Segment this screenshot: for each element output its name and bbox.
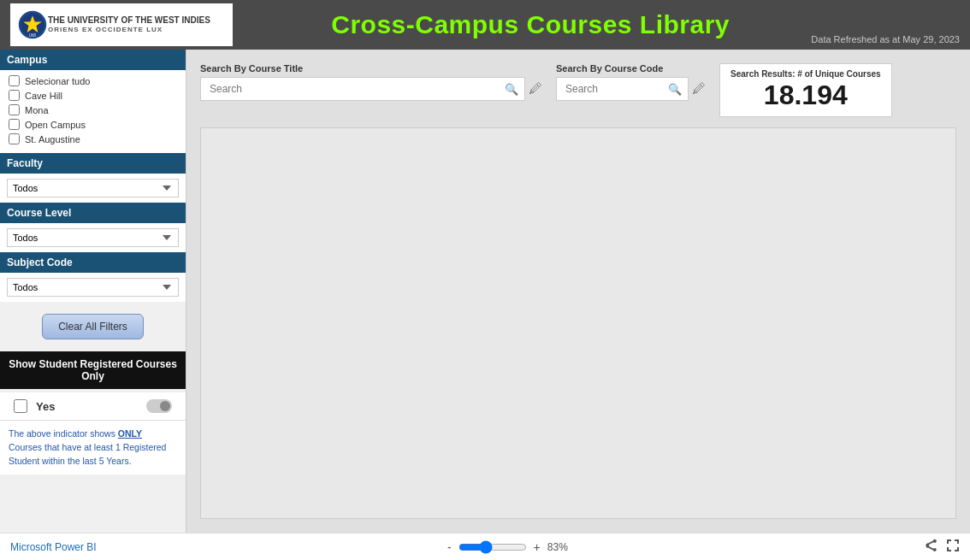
show-registered-banner: Show Student Registered Courses Only bbox=[0, 351, 186, 389]
results-label: Search Results: # of Unique Courses bbox=[730, 69, 881, 79]
app-header: UWI THE UNIVERSITY OF THE WEST INDIES OR… bbox=[0, 0, 970, 50]
university-name-text: THE UNIVERSITY OF THE WEST INDIES ORIENS… bbox=[48, 15, 210, 34]
campus-section-title: Campus bbox=[0, 50, 186, 70]
campus-label-cavehill: Cave Hill bbox=[25, 91, 62, 101]
search-bar-row: Search By Course Title 🔍 🖉 Search By Cou… bbox=[200, 63, 956, 117]
faculty-section-title: Faculty bbox=[0, 153, 186, 174]
campus-label-opencampus: Open Campus bbox=[25, 120, 86, 130]
main-layout: Campus Selecionar tudo Cave Hill Mona Op… bbox=[0, 50, 970, 533]
course-title-input-wrapper: 🔍 🖉 bbox=[200, 77, 542, 101]
list-item[interactable]: Cave Hill bbox=[9, 90, 177, 101]
share-icon-button[interactable] bbox=[924, 539, 937, 555]
campus-label-staugustine: St. Augustine bbox=[25, 134, 80, 144]
bottom-bar: Microsoft Power BI - + 83% bbox=[0, 533, 970, 560]
course-code-eraser-icon[interactable]: 🖉 bbox=[692, 81, 706, 97]
course-level-dropdown[interactable]: Todos bbox=[7, 228, 179, 247]
course-title-search-group: Search By Course Title 🔍 🖉 bbox=[200, 63, 542, 101]
list-item[interactable]: Mona bbox=[9, 104, 177, 115]
faculty-dropdown[interactable]: Todos bbox=[7, 179, 179, 197]
registered-toggle-checkbox[interactable] bbox=[14, 399, 27, 413]
results-box: Search Results: # of Unique Courses 18.1… bbox=[719, 63, 892, 117]
list-item[interactable]: St. Augustine bbox=[9, 133, 177, 144]
course-code-label: Search By Course Code bbox=[556, 63, 706, 74]
course-code-input-container: 🔍 bbox=[556, 77, 689, 101]
svg-text:UWI: UWI bbox=[29, 33, 37, 38]
course-level-dropdown-wrapper: Todos bbox=[0, 223, 186, 252]
campus-list: Selecionar tudo Cave Hill Mona Open Camp… bbox=[0, 70, 186, 153]
zoom-controls: - + 83% bbox=[446, 540, 575, 554]
expand-icon-button[interactable] bbox=[946, 539, 960, 555]
list-item[interactable]: Open Campus bbox=[9, 119, 177, 130]
powerbi-link[interactable]: Microsoft Power BI bbox=[10, 541, 97, 553]
clear-all-filters-button[interactable]: Clear All Filters bbox=[42, 314, 144, 339]
course-level-section-title: Course Level bbox=[0, 203, 186, 223]
course-code-search-group: Search By Course Code 🔍 🖉 bbox=[556, 63, 706, 101]
campus-checkbox-cavehill[interactable] bbox=[9, 90, 20, 101]
list-item[interactable]: Selecionar tudo bbox=[9, 75, 177, 86]
zoom-slider[interactable] bbox=[458, 540, 527, 554]
page-title: Cross-Campus Courses Library bbox=[233, 10, 811, 39]
course-title-eraser-icon[interactable]: 🖉 bbox=[529, 81, 542, 97]
expand-icon bbox=[946, 539, 960, 552]
campus-checkbox-staugustine[interactable] bbox=[9, 133, 20, 144]
faculty-dropdown-wrapper: Todos bbox=[0, 174, 186, 203]
sidebar: Campus Selecionar tudo Cave Hill Mona Op… bbox=[0, 50, 186, 533]
campus-checkbox-opencampus[interactable] bbox=[9, 119, 20, 130]
course-title-input[interactable] bbox=[200, 77, 525, 101]
zoom-minus-button[interactable]: - bbox=[446, 540, 453, 554]
info-text-after: Courses that have at least 1 Registered … bbox=[9, 442, 166, 466]
results-value: 18.194 bbox=[730, 79, 881, 111]
course-code-input[interactable] bbox=[556, 77, 689, 101]
toggle-yes-label: Yes bbox=[36, 400, 55, 413]
toggle-row: Yes bbox=[0, 392, 186, 420]
course-title-label: Search By Course Title bbox=[200, 63, 542, 74]
show-registered-label: Show Student Registered Courses Only bbox=[9, 358, 177, 382]
subject-code-dropdown-wrapper: Todos bbox=[0, 273, 186, 302]
info-text-before: The above indicator shows bbox=[9, 428, 118, 439]
subject-code-section-title: Subject Code bbox=[0, 252, 186, 273]
chart-area bbox=[200, 127, 956, 519]
campus-checkbox-mona[interactable] bbox=[9, 104, 20, 115]
subject-code-dropdown[interactable]: Todos bbox=[7, 278, 179, 297]
campus-label-selecionar: Selecionar tudo bbox=[25, 76, 90, 86]
course-title-input-container: 🔍 bbox=[200, 77, 525, 101]
campus-label-mona: Mona bbox=[25, 105, 49, 115]
course-code-input-wrapper: 🔍 🖉 bbox=[556, 77, 706, 101]
crest-icon: UWI bbox=[17, 9, 48, 40]
zoom-percent: 83% bbox=[547, 541, 575, 553]
bottom-icons bbox=[924, 539, 960, 555]
info-only-link[interactable]: ONLY bbox=[118, 428, 142, 439]
zoom-plus-button[interactable]: + bbox=[532, 540, 542, 554]
campus-checkbox-selecionar[interactable] bbox=[9, 75, 20, 86]
university-logo: UWI THE UNIVERSITY OF THE WEST INDIES OR… bbox=[10, 3, 233, 46]
content-area: Search By Course Title 🔍 🖉 Search By Cou… bbox=[186, 50, 970, 533]
registered-toggle-switch[interactable] bbox=[146, 399, 172, 413]
refresh-date: Data Refreshed as at May 29, 2023 bbox=[811, 34, 960, 50]
share-icon bbox=[924, 539, 937, 552]
info-box: The above indicator shows ONLY Courses t… bbox=[0, 420, 186, 475]
